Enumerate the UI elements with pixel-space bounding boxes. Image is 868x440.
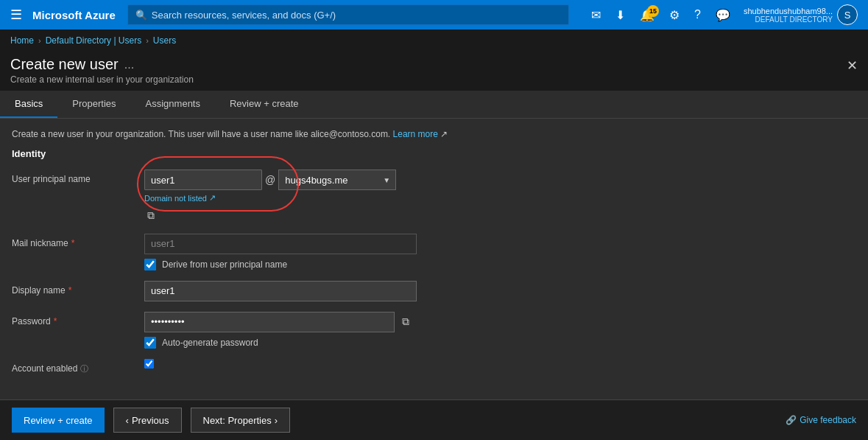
username-input[interactable] [144,170,262,190]
app-title: Microsoft Azure [32,9,116,21]
footer: Review + create ‹ Previous Next: Propert… [0,399,868,440]
upn-label: User principal name [12,170,144,184]
settings-icon[interactable]: ⚙ [663,5,685,25]
content-area: Create a new user in your organization. … [0,119,868,399]
topbar-icons: ✉ ⬇ 🔔 15 ⚙ ? 💬 shubhendushubham98... DEF… [585,4,862,25]
at-symbol: @ [265,174,275,186]
breadcrumb-sep-1: › [38,36,41,45]
search-input[interactable] [152,10,561,21]
upn-control: @ hugs4bugs.me ▼ Domain not listed ↗ [144,170,856,223]
avatar[interactable]: S [837,4,858,25]
content-wrap: Create a new user in your organization. … [0,119,868,399]
display-name-required: * [68,285,72,296]
feedback-icon: 🔗 [786,415,797,425]
previous-button[interactable]: ‹ Previous [113,408,182,433]
password-required: * [54,316,57,326]
mail-nickname-required: * [71,238,75,248]
domain-not-listed-link[interactable]: Domain not listed ↗ [144,193,396,203]
autogenerate-checkbox-row: Auto-generate password [144,337,856,349]
notification-icon[interactable]: 🔔 15 [634,5,660,25]
domain-select[interactable]: hugs4bugs.me [278,170,396,190]
upn-annotation: @ hugs4bugs.me ▼ Domain not listed ↗ [144,170,396,203]
upn-input-row: @ hugs4bugs.me ▼ [144,170,396,190]
email-icon[interactable]: ✉ [585,5,607,25]
search-icon: 🔍 [135,10,147,21]
content-description: Create a new user in your organization. … [12,129,856,139]
hamburger-icon[interactable]: ☰ [6,4,27,26]
password-input-row: ⧉ [144,312,856,332]
feedback-icon[interactable]: 💬 [710,5,736,25]
breadcrumb-directory[interactable]: Default Directory | Users [46,35,141,46]
previous-label: Previous [132,415,169,426]
prev-arrow-icon: ‹ [126,415,129,426]
copy-password-button[interactable]: ⧉ [399,314,412,329]
autogenerate-checkbox-label: Auto-generate password [162,338,258,348]
derive-checkbox-row: Derive from user principal name [144,259,856,270]
external-link-icon: ↗ [209,193,216,203]
display-name-input[interactable] [144,281,417,301]
password-control: ⧉ Auto-generate password [144,312,856,349]
tab-review-create[interactable]: Review + create [215,91,314,118]
user-menu[interactable]: shubhendushubham98... DEFAULT DIRECTORY … [739,4,862,25]
feedback-link[interactable]: 🔗 Give feedback [786,415,856,425]
password-input[interactable] [144,312,395,332]
password-row: Password * ⧉ Auto-generate password [12,312,856,349]
mail-nickname-row: Mail nickname * Derive from user princip… [12,234,856,270]
autogenerate-checkbox[interactable] [144,337,156,349]
account-enabled-info-icon[interactable]: ⓘ [80,363,88,374]
close-icon[interactable]: ✕ [847,57,858,74]
download-icon[interactable]: ⬇ [610,5,631,25]
feedback-label: Give feedback [800,415,856,425]
display-name-label: Display name * [12,281,144,296]
next-label: Next: Properties [203,415,272,426]
page-title-row: Create new user ... [10,56,841,73]
page-title-more[interactable]: ... [124,58,134,71]
mail-nickname-control: Derive from user principal name [144,234,856,270]
account-enabled-row: Account enabled ⓘ [12,359,856,374]
page-subtitle: Create a new internal user in your organ… [10,74,841,85]
tab-properties[interactable]: Properties [57,91,130,118]
user-name: shubhendushubham98... [744,7,833,15]
account-enabled-checkbox[interactable] [144,359,154,369]
breadcrumb-home[interactable]: Home [10,35,34,46]
mail-nickname-input[interactable] [144,234,417,254]
account-enabled-label: Account enabled ⓘ [12,359,144,374]
review-create-button[interactable]: Review + create [12,408,105,433]
main-layout: Home › Default Directory | Users › Users… [0,29,868,440]
tab-basics[interactable]: Basics [0,91,57,118]
section-identity-title: Identity [12,148,856,159]
tab-bar: Basics Properties Assignments Review + c… [0,91,868,119]
display-name-control [144,281,856,301]
user-directory: DEFAULT DIRECTORY [744,15,833,24]
password-label: Password * [12,312,144,326]
page-header-content: Create new user ... Create a new interna… [10,56,841,85]
derive-checkbox[interactable] [144,259,156,270]
account-enabled-control [144,359,856,371]
next-button[interactable]: Next: Properties › [191,408,291,433]
search-bar[interactable]: 🔍 [127,4,569,25]
help-icon[interactable]: ? [688,5,707,24]
upn-row: User principal name @ hugs4bugs.me [12,170,856,223]
copy-upn-button[interactable]: ⧉ [144,208,158,223]
breadcrumb-users[interactable]: Users [153,35,176,46]
domain-select-wrapper: hugs4bugs.me ▼ [278,170,396,190]
page-header: Create new user ... Create a new interna… [0,52,868,91]
derive-checkbox-label: Derive from user principal name [162,259,287,270]
notification-badge: 15 [647,5,659,17]
page-title-text: Create new user [10,56,119,73]
mail-nickname-label: Mail nickname * [12,234,144,248]
tab-assignments[interactable]: Assignments [131,91,215,118]
display-name-row: Display name * [12,281,856,301]
topbar: ☰ Microsoft Azure 🔍 ✉ ⬇ 🔔 15 ⚙ ? 💬 shubh… [0,0,868,29]
breadcrumb: Home › Default Directory | Users › Users [0,29,868,52]
breadcrumb-sep-2: › [146,36,149,45]
learn-more-link[interactable]: Learn more [393,129,438,139]
next-arrow-icon: › [275,415,278,426]
